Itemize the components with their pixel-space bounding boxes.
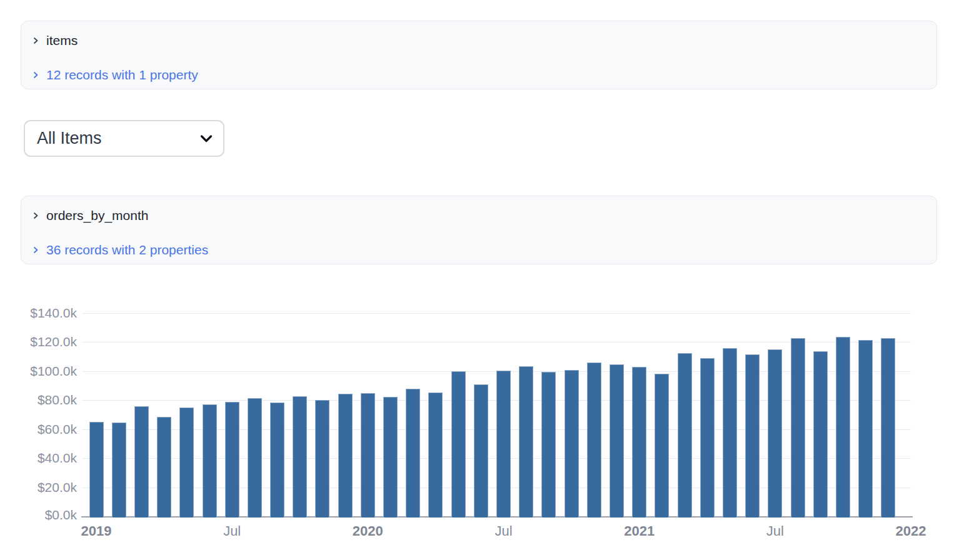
chart-bar[interactable] <box>519 366 533 518</box>
chart-bar[interactable] <box>813 351 828 518</box>
chart-bar[interactable] <box>203 404 217 518</box>
x-axis-tick-label: Jul <box>223 523 241 539</box>
y-axis-tick-label: $80.0k <box>0 392 77 408</box>
item-filter-selected-value: All Items <box>37 129 102 148</box>
chart-bar[interactable] <box>134 406 149 518</box>
items-panel-toggle[interactable]: items <box>31 32 926 49</box>
chart-bar[interactable] <box>428 392 443 518</box>
chart-bar[interactable] <box>858 340 873 518</box>
x-axis-tick-label: Jul <box>495 523 512 539</box>
chart-bar[interactable] <box>768 349 782 518</box>
items-records-link[interactable]: 12 records with 1 property <box>31 66 926 83</box>
chart-bar[interactable] <box>632 367 646 518</box>
chart-bar[interactable] <box>406 389 420 518</box>
items-panel-title: items <box>46 33 78 48</box>
chart-bar[interactable] <box>474 384 488 518</box>
chart-bar[interactable] <box>610 364 624 518</box>
chart-bar[interactable] <box>89 422 104 518</box>
y-axis-tick-label: $140.0k <box>0 306 77 321</box>
x-axis-tick-label: 2022 <box>896 523 926 539</box>
chart-bar[interactable] <box>157 417 171 518</box>
chart-bar[interactable] <box>315 400 329 518</box>
chart-bar[interactable] <box>451 371 466 518</box>
y-gridline <box>82 342 911 342</box>
y-axis-tick-label: $20.0k <box>0 480 77 495</box>
chevron-right-icon <box>31 71 40 79</box>
y-gridline <box>82 313 911 314</box>
chart-bar[interactable] <box>723 348 737 518</box>
chart-bar[interactable] <box>270 402 284 518</box>
chart-bar[interactable] <box>225 402 239 518</box>
orders-by-month-bar-chart: $0.0k$20.0k$40.0k$60.0k$80.0k$100.0k$120… <box>0 306 959 556</box>
chevron-right-icon <box>31 246 40 254</box>
item-filter-dropdown[interactable]: All Items <box>24 120 224 157</box>
chart-bar[interactable] <box>248 398 262 518</box>
chevron-right-icon <box>31 211 40 220</box>
y-axis-tick-label: $60.0k <box>0 422 77 437</box>
y-axis-tick-label: $120.0k <box>0 334 77 349</box>
chart-bar[interactable] <box>541 372 556 518</box>
chart-bar[interactable] <box>791 338 805 518</box>
x-axis-tick-label: 2019 <box>81 523 112 539</box>
items-panel: items 12 records with 1 property <box>21 21 937 89</box>
chart-bar[interactable] <box>361 393 375 518</box>
chevron-right-icon <box>31 36 40 45</box>
chart-bar[interactable] <box>338 394 353 518</box>
chart-bar[interactable] <box>179 408 194 518</box>
orders-panel-toggle[interactable]: orders_by_month <box>31 207 926 224</box>
chart-bar[interactable] <box>565 370 579 518</box>
x-axis-tick-label: 2021 <box>624 523 655 539</box>
items-records-label: 12 records with 1 property <box>46 68 198 82</box>
chart-bar[interactable] <box>587 362 601 518</box>
y-axis-tick-label: $100.0k <box>0 364 77 379</box>
chart-bar[interactable] <box>293 396 307 518</box>
y-axis-tick-label: $40.0k <box>0 451 77 466</box>
chart-bar[interactable] <box>383 397 398 518</box>
orders-panel-title: orders_by_month <box>46 208 148 223</box>
chevron-down-icon <box>200 134 213 143</box>
orders-records-label: 36 records with 2 properties <box>46 242 208 258</box>
chart-bar[interactable] <box>700 358 715 518</box>
x-axis-tick-label: Jul <box>766 523 784 539</box>
orders-by-month-panel: orders_by_month 36 records with 2 proper… <box>21 196 937 264</box>
y-axis-tick-label: $0.0k <box>0 508 77 522</box>
chart-bar[interactable] <box>881 338 895 518</box>
orders-records-link[interactable]: 36 records with 2 properties <box>31 241 926 258</box>
chart-bar[interactable] <box>655 374 669 518</box>
chart-bar[interactable] <box>678 353 692 518</box>
x-axis-tick-label: 2020 <box>353 523 383 539</box>
chart-bar[interactable] <box>836 337 850 518</box>
chart-bar[interactable] <box>496 371 511 518</box>
chart-bar[interactable] <box>745 354 760 518</box>
chart-bar[interactable] <box>112 422 126 518</box>
